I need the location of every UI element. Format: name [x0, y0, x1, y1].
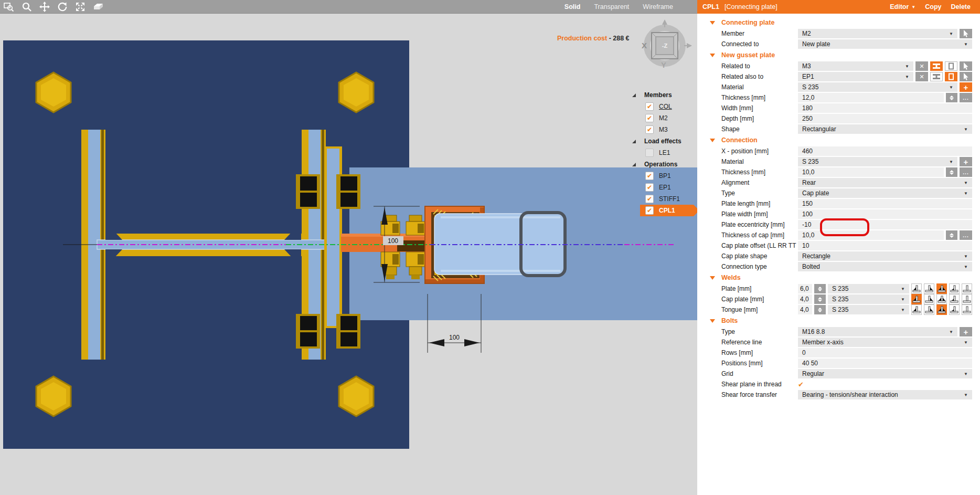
tree-item-m3[interactable]: ✔M3 — [627, 124, 697, 135]
tree-item-cpl1-selected[interactable]: ✔CPL1 — [627, 205, 697, 216]
reference-line-select[interactable]: Member x-axis▼ — [798, 338, 972, 347]
tree-group-operations[interactable]: Operations — [627, 159, 697, 170]
member-mode-icon[interactable] — [930, 61, 943, 71]
connection-material-select[interactable]: S 235▼ — [798, 157, 957, 166]
gusset-material-select[interactable]: S 235▼ — [798, 82, 957, 92]
checkbox-checked-icon[interactable]: ✔ — [645, 206, 654, 215]
copy-button[interactable]: Copy — [925, 3, 941, 10]
tree-item-stiff1[interactable]: ✔STIFF1 — [627, 193, 697, 205]
weld-fillet-both-icon[interactable] — [936, 283, 947, 294]
positions-input[interactable]: 40 50 — [798, 359, 972, 368]
cap-plate-shape-select[interactable]: Rectangle▼ — [798, 251, 972, 261]
zoom-window-icon[interactable] — [0, 0, 18, 14]
weld-fillet-left-icon[interactable] — [911, 283, 922, 294]
weld-fillet-right-icon[interactable] — [924, 283, 934, 294]
stepper-button[interactable] — [814, 305, 826, 314]
checkbox-checked-icon[interactable]: ✔ — [645, 114, 654, 122]
tree-group-members[interactable]: Members — [627, 89, 697, 101]
x-position-input[interactable]: 460 — [798, 146, 972, 156]
related-to-select[interactable]: M3▼ — [798, 61, 913, 71]
weld-partial-icon[interactable] — [949, 283, 960, 294]
zoom-icon[interactable] — [18, 0, 36, 14]
gusset-shape-select[interactable]: Rectangular▼ — [798, 124, 972, 134]
plate-mode-icon[interactable] — [945, 72, 957, 81]
thickness-of-cap-input[interactable]: 10,0 — [798, 230, 944, 240]
pick-in-scene-button[interactable] — [960, 61, 972, 71]
weld-material-select[interactable]: S 235▼ — [828, 294, 909, 304]
tree-item-col[interactable]: ✔COL — [627, 101, 697, 112]
plate-eccentricity-input[interactable]: -10 — [798, 220, 972, 229]
stepper-button[interactable] — [814, 284, 826, 293]
weld-partial-icon[interactable] — [949, 294, 960, 304]
weld-fillet-left-icon[interactable] — [911, 304, 922, 315]
gusset-thickness-input[interactable]: 12,0 — [798, 93, 944, 102]
gusset-depth-input[interactable]: 250 — [798, 114, 972, 123]
mode-wireframe[interactable]: Wireframe — [643, 3, 673, 10]
mode-solid[interactable]: Solid — [564, 3, 581, 10]
tree-item-le1[interactable]: ✔LE1 — [627, 147, 697, 159]
weld-fillet-right-icon[interactable] — [924, 304, 934, 315]
weld-partial-icon[interactable] — [949, 304, 960, 315]
checkbox-checked-icon[interactable]: ✔ — [645, 183, 654, 192]
checkbox-checked-icon[interactable]: ✔ — [645, 172, 654, 180]
add-bolt-button[interactable]: + — [960, 327, 972, 336]
related-also-to-select[interactable]: EP1▼ — [798, 72, 913, 81]
checkbox-checked-icon[interactable]: ✔ — [645, 195, 654, 203]
rows-input[interactable]: 0 — [798, 348, 972, 357]
section-new-gusset-plate[interactable]: New gusset plate — [697, 49, 980, 61]
plate-width-input[interactable]: 100 — [798, 209, 972, 219]
weld-fillet-both-icon[interactable] — [936, 304, 947, 315]
checkbox-empty-icon[interactable]: ✔ — [645, 149, 654, 157]
alignment-select[interactable]: Rear▼ — [798, 178, 972, 187]
section-bolts[interactable]: Bolts — [697, 315, 980, 327]
rotate-icon[interactable] — [54, 0, 71, 14]
clear-icon[interactable]: ✕ — [915, 72, 928, 81]
clear-icon[interactable]: ✕ — [915, 61, 928, 71]
tree-group-load-effects[interactable]: Load effects — [627, 135, 697, 147]
expand-icon[interactable] — [632, 93, 636, 97]
connection-thickness-input[interactable]: 10,0 — [798, 167, 944, 177]
weld-size-input[interactable]: 6,0 — [798, 284, 812, 293]
plate-mode-icon[interactable] — [945, 61, 957, 71]
weld-butt-icon[interactable] — [962, 283, 972, 294]
cap-plate-offset-input[interactable]: 10 — [798, 241, 972, 250]
bolt-type-select[interactable]: M16 8.8▼ — [798, 327, 957, 336]
tree-item-m2[interactable]: ✔M2 — [627, 112, 697, 124]
weld-size-input[interactable]: 4,0 — [798, 305, 812, 314]
checkbox-checked-icon[interactable]: ✔ — [645, 102, 654, 111]
delete-button[interactable]: Delete — [951, 3, 971, 10]
weld-material-select[interactable]: S 235▼ — [828, 305, 909, 314]
stepper-button[interactable] — [814, 294, 826, 304]
mode-transparent[interactable]: Transparent — [594, 3, 629, 10]
view-solid-box-icon[interactable] — [89, 0, 107, 14]
more-options-button[interactable]: ... — [960, 93, 972, 102]
pick-in-scene-button[interactable] — [960, 72, 972, 81]
editor-button[interactable]: Editor▼ — [890, 3, 915, 10]
viewport-3d[interactable]: 100 100 -Z X Y Pro — [0, 14, 697, 495]
section-welds[interactable]: Welds — [697, 272, 980, 283]
expand-icon[interactable] — [632, 163, 636, 166]
weld-fillet-right-icon[interactable] — [924, 294, 934, 304]
tree-item-ep1[interactable]: ✔EP1 — [627, 182, 697, 193]
expand-icon[interactable] — [632, 140, 636, 143]
zoom-fit-icon[interactable] — [71, 0, 89, 14]
shear-force-transfer-select[interactable]: Bearing - tension/shear interaction▼ — [798, 390, 972, 399]
member-mode-icon[interactable] — [930, 72, 943, 81]
connection-type-select[interactable]: Bolted▼ — [798, 262, 972, 271]
tree-item-bp1[interactable]: ✔BP1 — [627, 170, 697, 182]
stepper-button[interactable] — [946, 167, 957, 177]
plate-length-input[interactable]: 150 — [798, 199, 972, 208]
checkbox-checked-icon[interactable]: ✔ — [798, 381, 804, 388]
gusset-width-input[interactable]: 180 — [798, 103, 972, 113]
member-select[interactable]: M2▼ — [798, 29, 957, 38]
add-material-button[interactable]: + — [960, 157, 972, 166]
weld-butt-icon[interactable] — [962, 294, 972, 304]
pan-icon[interactable] — [36, 0, 54, 14]
weld-material-select[interactable]: S 235▼ — [828, 284, 909, 293]
weld-fillet-both-icon[interactable] — [936, 294, 947, 304]
type-select[interactable]: Cap plate▼ — [798, 188, 972, 198]
add-material-button[interactable]: + — [960, 82, 972, 92]
section-connecting-plate[interactable]: Connecting plate — [697, 17, 980, 28]
section-connection[interactable]: Connection — [697, 134, 980, 146]
weld-size-input[interactable]: 4,0 — [798, 294, 812, 304]
